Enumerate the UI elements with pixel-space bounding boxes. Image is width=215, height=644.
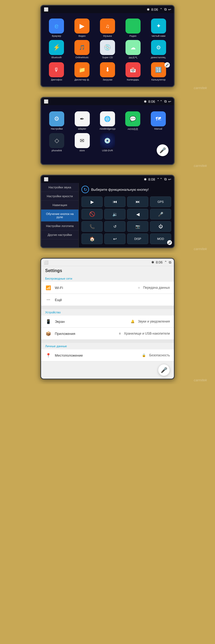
settings-header-personal: Личные данные (41, 343, 174, 349)
more-icon: ··· (45, 297, 52, 303)
mic-float-settings[interactable]: 🎤 (158, 364, 170, 376)
func-gps[interactable]: GPS (150, 196, 171, 207)
app-downloads[interactable]: ⬇ Загрузки (96, 62, 119, 81)
app-aios[interactable]: 💬 AIOS信息 (121, 111, 144, 131)
calendar-icon: 📅 (126, 62, 141, 77)
security-icon: 🔒 (142, 353, 146, 357)
func-prev[interactable]: ⏮ (104, 196, 126, 207)
sidebar-other-settings[interactable]: Другие настройки (41, 230, 78, 239)
app-label-settings: Настройки (51, 127, 63, 130)
screen-content-2: ⚙ Настройки ✒ adapter 🌐 AiosBridgeApp 💬 … (41, 105, 174, 164)
app-video[interactable]: ▶ Видео (71, 19, 94, 37)
weather-icon: ☁ (126, 40, 141, 55)
device-frame-1: ⬜ ✱ 8:06 ⌃ ⧉ ↩ e Браузер ▶ (40, 5, 175, 87)
mic-badge: 🎤 (164, 62, 170, 68)
adapter-icon: ✒ (75, 111, 90, 126)
sidebar-steering-learning[interactable]: Обучение кнопок на руле (41, 210, 78, 222)
notifications-label: Звуки и уведомления (138, 320, 170, 323)
app-calculator[interactable]: 🔢 Калькулятор 🎤 (147, 62, 170, 81)
func-next[interactable]: ⏭ (127, 196, 148, 207)
sidebar-sound-settings[interactable]: Настройки звука (41, 183, 78, 192)
time-display-1: 8:06 (151, 8, 158, 12)
bluetooth-icon: ✱ (147, 8, 150, 12)
settings-item-wifi[interactable]: 📶 Wi-Fi ○ Передача данных (41, 282, 174, 294)
bluetooth-icon-3: ✱ (144, 177, 147, 181)
app-weather[interactable]: ☁ 360天气 (121, 40, 144, 60)
signal-icon: ⌃ (160, 8, 163, 12)
wifi-icon: 📶 (45, 284, 52, 291)
app-label-browser: Браузер (52, 35, 61, 37)
app-supercd[interactable]: 💿 Super CD (96, 40, 119, 60)
app-adapter[interactable]: ✒ adapter (70, 111, 94, 131)
func-mute[interactable]: 🚫 (81, 209, 103, 219)
app-dictophone[interactable]: 🎙 Диктофон (45, 62, 68, 81)
app-calendar[interactable]: 📅 Календарь (121, 62, 144, 81)
func-back-arrow[interactable]: ◀ (127, 209, 148, 219)
func-call[interactable]: 📞 (81, 221, 103, 232)
learning-title: ↻ Выберите функциональную кнопку! (81, 186, 171, 193)
func-return[interactable]: ↩ (104, 233, 126, 244)
app-label-adapter: adapter (78, 127, 86, 130)
app-aiosbridgeapp[interactable]: 🌐 AiosBridgeApp (96, 111, 119, 131)
settings-wifi-left: 📶 Wi-Fi (45, 284, 138, 291)
app-grid-2: ⚙ Настройки ✒ adapter 🌐 AiosBridgeApp 💬 … (44, 109, 171, 154)
func-camera[interactable]: 📷 (127, 221, 148, 232)
status-bar-1: ⬜ ✱ 8:06 ⌃ ⧉ ↩ (41, 6, 174, 13)
onlinemusic-icon: 🎵 (74, 40, 89, 55)
app-radio[interactable]: Радио (121, 19, 144, 37)
func-source[interactable]: ↺ (104, 221, 126, 232)
settings-apps-label: Приложения (55, 332, 75, 336)
func-mode[interactable]: MOD 🎤 (150, 233, 171, 244)
sidebar-brightness-settings[interactable]: Настройки яркости (41, 192, 78, 201)
func-disp[interactable]: DISP (127, 233, 148, 244)
window-icon-4: ⧉ (169, 260, 171, 265)
sidebar-logo-settings[interactable]: Настройки логотипа (41, 222, 78, 230)
settings-apps-left: 📦 Приложения (45, 330, 119, 337)
mic-float-button[interactable]: 🎤 (157, 144, 169, 156)
app-store[interactable]: ✉ store (70, 133, 94, 152)
video-icon: ▶ (74, 19, 89, 34)
screen-icon: 📱 (45, 318, 52, 325)
app-manual[interactable]: 🗺 Manual (147, 111, 170, 131)
device-frame-4: ⬜ ✱ 8:06 ⌃ ⧉ Settings Беспроводные сети … (40, 258, 175, 379)
settings-item-more[interactable]: ··· Ещё (41, 294, 174, 306)
time-display-3: 8:08 (148, 177, 155, 181)
app-settings[interactable]: ⚙ Настройки (45, 111, 68, 131)
settings-more-left: ··· Ещё (45, 297, 170, 303)
browser-icon: e (49, 19, 64, 34)
settings-item-apps[interactable]: 📦 Приложения ≡ Хранилище и USB-накопител… (41, 328, 174, 340)
func-home[interactable]: 🏠 (81, 233, 103, 244)
func-mic[interactable]: 🎤 (150, 209, 171, 219)
signal-icon-3: ⌃⌃ (157, 177, 163, 181)
app-label-bluetooth: Bluetooth (51, 56, 62, 59)
data-transfer-icon: ○ (138, 286, 140, 290)
app-phonelink[interactable]: ◇ phonelink (45, 133, 68, 152)
func-vol-up[interactable]: 🔉 (104, 209, 126, 219)
settings-location-left: 📍 Местоположение (45, 352, 142, 358)
app-onlinemusic[interactable]: 🎵 OnlineMusic (71, 40, 94, 60)
app-uninstall[interactable]: ⚙ деинсталляц. (147, 40, 170, 60)
learning-content: ↻ Выберите функциональную кнопку! ▶ ⏮ ⏭ … (79, 183, 174, 247)
signal-icon-2: ⌃⌃ (157, 100, 163, 104)
settings-screen-label: Экран (55, 320, 65, 324)
status-icons-4: ✱ 8:06 ⌃ ⧉ (151, 260, 171, 265)
app-music[interactable]: ♫ Музыка (96, 19, 119, 37)
app-usbdvr[interactable]: 💿 USB-DVR (96, 133, 119, 152)
settings-divider-1 (41, 306, 174, 309)
func-play[interactable]: ▶ (81, 196, 103, 207)
sidebar-navigation[interactable]: Навигация (41, 201, 78, 210)
security-label: Безопасность (149, 353, 170, 357)
settings-location-label: Местоположение (55, 353, 83, 357)
app-navi[interactable]: ✦ чистый нави (147, 19, 170, 37)
status-bar-4: ⬜ ✱ 8:06 ⌃ ⧉ (41, 259, 174, 266)
section-4: ⬜ ✱ 8:06 ⌃ ⧉ Settings Беспроводные сети … (0, 253, 215, 384)
app-browser[interactable]: e Браузер (45, 19, 68, 37)
window-icon: ⧉ (164, 7, 167, 12)
app-filemanager[interactable]: 📁 Диспетчер ф. (71, 62, 94, 81)
app-bluetooth[interactable]: ⚡ Bluetooth (45, 40, 68, 60)
downloads-icon: ⬇ (100, 62, 115, 77)
app-label-store: store (80, 149, 85, 152)
settings-item-location[interactable]: 📍 Местоположение 🔒 Безопасность (41, 349, 174, 361)
func-power[interactable]: ⏻ (150, 221, 171, 232)
settings-item-screen[interactable]: 📱 Экран 🔔 Звуки и уведомления (41, 316, 174, 328)
